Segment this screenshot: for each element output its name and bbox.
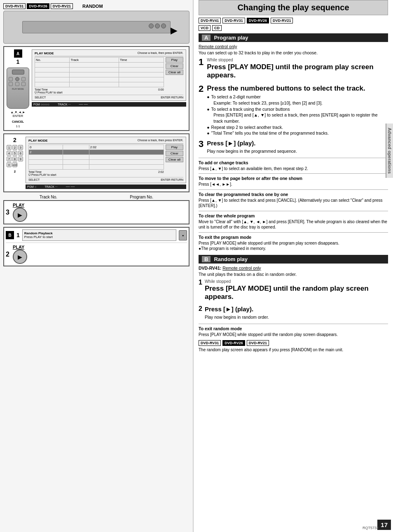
bullet-cursor-body: Press [ENTER] and [▲, ▼] to select a tra… xyxy=(213,112,388,124)
info-exit-program: To exit the program mode Press [PLAY MOD… xyxy=(199,232,388,252)
bullet-cursor-title: To select a track using the cursor butto… xyxy=(207,106,388,112)
section-B-intro: The unit plays the tracks on a disc in r… xyxy=(199,272,388,277)
bottom-badge-rv31: DVD-RV31 xyxy=(199,340,221,346)
play-mode-screen-1: PLAY MODE Choose a track, then press ENT… xyxy=(32,49,186,128)
section-B-letter: B xyxy=(202,256,211,262)
play-btn-1[interactable]: Play xyxy=(166,57,183,63)
program-no-label: Program No. xyxy=(130,195,153,199)
left-step2-num: 2 xyxy=(13,137,16,143)
badge-cd: CD xyxy=(212,25,222,31)
step-A3-num: 3 xyxy=(199,140,204,149)
random-playback-start: Press PLAY to start xyxy=(24,235,174,239)
step-B2: 2 PLAY ▶ xyxy=(6,243,187,264)
pm-instruction-2: Choose a track, then press ENTER. xyxy=(138,139,183,142)
info-clear-all: To clear the whole program Move to "Clea… xyxy=(199,211,388,230)
left-step1-num: 1 xyxy=(16,58,20,65)
track-display-2: PGM ○ TRACK ··· ── ── xyxy=(26,184,186,189)
ps-main-1: No. Track Time Total Ti xyxy=(35,57,164,94)
ps-buttons-2[interactable]: Play Clear Clear all xyxy=(166,145,183,176)
remote-only: Remote control only xyxy=(199,44,388,49)
ps-footer1: Ü Press PLAY to start xyxy=(35,91,164,94)
info-exit-random: To exit random mode Press [PLAY MODE] wh… xyxy=(199,324,388,338)
bullet-2digit-example: Example: To select track 23, press [≥10]… xyxy=(213,100,388,106)
step-A2-body: To select a 2-digit number Example: To s… xyxy=(207,94,388,136)
ps-row-2: 0 2:02 2 xyxy=(28,145,183,176)
dvd-rv41-note: DVD-RV41: Remote control only xyxy=(199,266,388,271)
step-A1-num: 1 xyxy=(199,58,204,67)
clear-all-btn-2[interactable]: Clear all xyxy=(166,157,183,162)
ps-footer2: Ü Press PLAY to start xyxy=(28,173,164,176)
step-B2-num: 2 xyxy=(199,306,202,312)
step-B1-main: Press [PLAY MODE] until the random play … xyxy=(205,285,388,301)
page-title: Changing the play sequence xyxy=(199,0,388,15)
track-row4 xyxy=(35,77,70,82)
random-playback-text: Random Playback xyxy=(24,231,174,235)
play-circle-3: ▶ xyxy=(13,208,27,222)
bottom-text: The random play screen also appears if y… xyxy=(199,348,388,352)
step-B2-main: Press [►] (play). xyxy=(205,306,388,313)
badge-vcd: VCD xyxy=(199,25,211,31)
random-label: RANDOM xyxy=(82,4,103,9)
badge-rv31-left: DVD-RV31 xyxy=(3,3,26,9)
page-number: 17 xyxy=(377,520,391,530)
section-B-header: B Random play xyxy=(199,255,388,264)
play-mode-screen-2: PLAY MODE Choose a track, then press ENT… xyxy=(26,137,186,189)
badge-rv26-left: DVD-RV26 xyxy=(27,3,49,9)
track-program-labels: Track No. Program No. xyxy=(3,195,189,199)
pm-title-2: PLAY MODE xyxy=(28,139,48,142)
ps-footer-total2: Total Time 2:02 xyxy=(28,170,164,173)
badge-rv26-right: DVD-RV26 xyxy=(247,18,269,23)
clear-all-btn-1[interactable]: Clear all xyxy=(166,70,183,75)
bottom-badge-rv21: DVD-RV21 xyxy=(247,340,269,346)
rqt-code: RQT5733 xyxy=(363,526,379,530)
left-stepB2-num: 2 xyxy=(6,251,9,258)
clear-btn-1[interactable]: Clear xyxy=(166,63,183,69)
track-row3 xyxy=(35,72,70,77)
section-A-title: Program play xyxy=(214,35,248,41)
track-row1 xyxy=(35,63,70,68)
step-B2-body: Play now begins in random order. xyxy=(205,314,388,320)
ps-footer-total1: Total Time 0:00 xyxy=(35,88,164,91)
device-sketch: ▶ xyxy=(3,11,189,44)
step-A2-main: Press the numbered buttons to select the… xyxy=(207,84,388,93)
col-no: No. xyxy=(35,58,70,63)
bullet-2digit-title: To select a 2-digit number xyxy=(207,94,388,100)
badge-rv31-right: DVD-RV31 xyxy=(222,18,245,23)
left-cancel-label: CANCEL xyxy=(12,120,24,123)
play-circle-B2: ▶ xyxy=(13,250,27,264)
right-step-B2: 2 Press [►] (play). Play now begins in r… xyxy=(199,306,388,320)
col-time: Time xyxy=(119,58,164,63)
random-screen: Random Playback Press PLAY to start xyxy=(22,229,176,241)
track-row5 xyxy=(35,82,70,87)
left-step-3: 3 PLAY ▶ xyxy=(3,200,189,224)
right-step-A3: 3 Press [►] (play). Play now begins in t… xyxy=(199,140,388,154)
bottom-badge-rv26: DVD-RV26 xyxy=(222,340,245,346)
bullet-repeat: Repeat step 2 to select another track. xyxy=(207,124,388,131)
step3-content: 3 PLAY ▶ xyxy=(6,203,187,222)
pm-title: PLAY MODE xyxy=(35,51,54,55)
badge-rv41: DVD-RV41 xyxy=(199,18,221,23)
right-panel: Changing the play sequence DVD-RV41 DVD-… xyxy=(194,0,393,532)
left-top-badges: DVD-RV31 DVD-RV26 DVD-RV21 RANDOM xyxy=(3,3,189,9)
ps-buttons-1[interactable]: Play Clear Clear all xyxy=(166,57,183,94)
device-indicator-B: ● xyxy=(179,230,187,240)
badge-rv21-left: DVD-RV21 xyxy=(51,3,73,9)
right-step-B1: 1 While stopped Press [PLAY MODE] until … xyxy=(199,279,388,303)
right-model-badges: DVD-RV41 DVD-RV31 DVD-RV26 DVD-RV21 xyxy=(199,18,388,23)
clear-btn-2[interactable]: Clear xyxy=(166,151,183,156)
dvd-rv41-label: DVD-RV41: xyxy=(199,266,221,271)
ps-track-table-1: No. Track Time xyxy=(35,57,164,87)
right-step-A2: 2 Press the numbered buttons to select t… xyxy=(199,84,388,136)
dvd-rv41-note-text: Remote control only xyxy=(222,266,261,271)
track-display-1: PGM ○○○○○ TRACK ··· ── ── xyxy=(32,102,186,107)
ps-main-2: 0 2:02 2 xyxy=(28,145,164,176)
ps-header-2: PLAY MODE Choose a track, then press ENT… xyxy=(28,139,183,144)
ps-bottom-bar-1: SELECT ENTER RETURN xyxy=(35,95,183,99)
left-step-2: 2 1 2 3 4 5 6 7 8 9 0 ≥10 2 PLAY MODE xyxy=(3,133,189,192)
advanced-ops-label: Advanced operations xyxy=(386,124,393,178)
step-A3-body: Play now begins in the programmed sequen… xyxy=(207,148,388,154)
section-A-intro: You can select up to 32 tracks to play i… xyxy=(199,50,388,55)
play-btn-2[interactable]: Play xyxy=(166,145,183,150)
section-B-title: Random play xyxy=(214,256,248,262)
col-track: Track xyxy=(70,58,119,63)
